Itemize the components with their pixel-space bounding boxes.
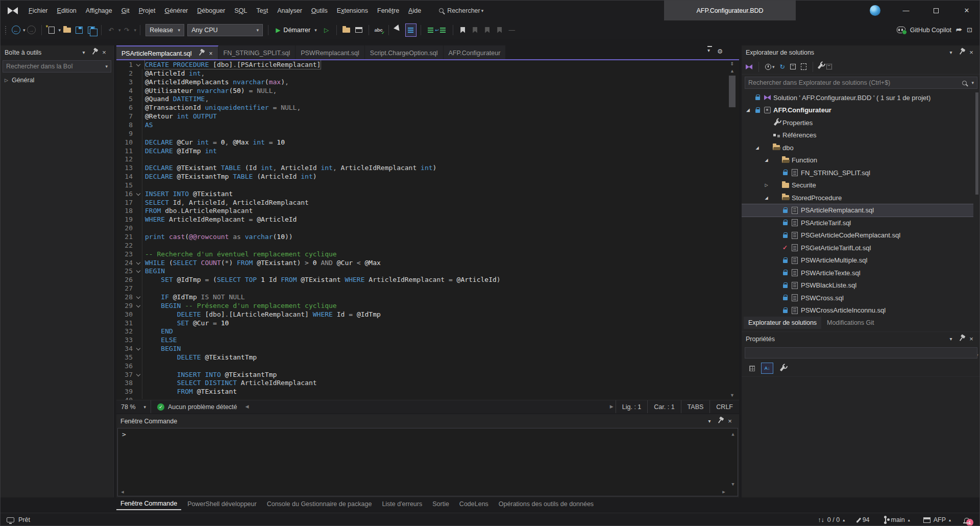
- tree-item-dbo[interactable]: ◢dbo: [742, 141, 973, 154]
- scroll-left-icon[interactable]: ◀: [246, 404, 249, 409]
- toolbar-drag-handle[interactable]: [5, 26, 7, 35]
- minimize-button[interactable]: —: [894, 1, 918, 20]
- tree-item-PSWBlackListe.sql[interactable]: PSWBlackListe.sql: [742, 279, 973, 292]
- scroll-up-icon[interactable]: ▲: [729, 432, 737, 437]
- tree-item-Function[interactable]: ◢Function: [742, 154, 973, 167]
- bottom-tab-Liste d'erreurs[interactable]: Liste d'erreurs: [378, 498, 426, 510]
- code-editor[interactable]: 1CREATE PROCEDURE [dbo].[PSArticleRempla…: [116, 60, 725, 400]
- fold-chevron-icon[interactable]: [136, 346, 140, 350]
- menu-analyser[interactable]: Analyser: [273, 5, 307, 16]
- show-all-files-icon[interactable]: [801, 63, 806, 70]
- explorer-vscrollbar[interactable]: ▼: [974, 77, 979, 358]
- tree-item-Properties[interactable]: Properties: [742, 116, 973, 129]
- tree-item-StoredProcedure[interactable]: ◢StoredProcedure: [742, 192, 973, 204]
- panel-dropdown[interactable]: ▾: [946, 334, 956, 344]
- explorer-tab-Explorateur de solutions[interactable]: Explorateur de solutions: [744, 317, 821, 329]
- tree-item-PSWCrossArticleInconnu.sql[interactable]: PSWCrossArticleInconnu.sql: [742, 304, 973, 317]
- health-indicator[interactable]: ✓ Aucun problème détecté: [151, 403, 243, 411]
- menu-edition[interactable]: Edition: [53, 5, 81, 16]
- close-button[interactable]: ✕: [955, 1, 978, 20]
- bottom-tab-Sortie[interactable]: Sortie: [428, 498, 453, 510]
- close-icon[interactable]: ×: [966, 334, 976, 344]
- share-icon[interactable]: ⮫: [956, 26, 962, 34]
- categorized-view-button[interactable]: [746, 363, 758, 374]
- close-icon[interactable]: ×: [966, 47, 976, 58]
- bottom-tab-Console du Gestionnaire de package[interactable]: Console du Gestionnaire de package: [263, 498, 376, 510]
- editor-vscrollbar[interactable]: ⇕ ▲ ▼: [725, 60, 739, 400]
- properties-wrench-icon[interactable]: [819, 63, 821, 70]
- redo-dropdown[interactable]: ▾: [134, 28, 137, 33]
- tree-item-AFP.Configurateur[interactable]: ◢AFP.Configurateur: [742, 104, 973, 117]
- expanded-icon[interactable]: ◢: [745, 108, 751, 112]
- scroll-left-icon[interactable]: ◀: [119, 489, 126, 494]
- pin-icon[interactable]: [89, 47, 99, 58]
- pending-edits-status[interactable]: 94: [858, 516, 869, 523]
- open-file-button[interactable]: [61, 23, 72, 37]
- scroll-right-icon[interactable]: ▶: [610, 404, 614, 409]
- clear-bookmarks-button[interactable]: [494, 23, 505, 37]
- quick-search[interactable]: Rechercher ▾: [439, 7, 483, 14]
- pin-icon[interactable]: [956, 47, 966, 58]
- spell-check-button[interactable]: abc: [373, 23, 384, 37]
- fold-chevron-icon[interactable]: [136, 295, 140, 299]
- toolbox-search-input[interactable]: Rechercher dans la Boî ▾: [3, 60, 111, 73]
- restore-button[interactable]: [924, 1, 948, 20]
- pin-icon[interactable]: [195, 49, 206, 59]
- add-item-button[interactable]: [341, 23, 352, 37]
- toolbox-section-general[interactable]: ▷ Général: [1, 74, 113, 87]
- feedback-icon[interactable]: ⊡: [967, 26, 972, 34]
- tab-Script.ChargeOption.sql[interactable]: Script.ChargeOption.sql: [365, 45, 444, 60]
- fold-chevron-icon[interactable]: [136, 303, 140, 307]
- start-debug-button[interactable]: ▶ Démarrer ▾: [272, 27, 321, 34]
- redo-button[interactable]: ↷: [121, 23, 133, 37]
- bottom-tab-Opérations des outils de données[interactable]: Opérations des outils de données: [495, 498, 598, 510]
- panel-dropdown[interactable]: ▾: [704, 416, 715, 426]
- new-project-button[interactable]: *: [46, 23, 57, 37]
- collapsed-icon[interactable]: ▷: [763, 183, 770, 187]
- close-icon[interactable]: ×: [209, 50, 213, 57]
- git-sync-status[interactable]: ↑↓ 0 / 0 ▴: [818, 516, 845, 523]
- pending-changes-filter[interactable]: ▾: [765, 64, 775, 70]
- tree-item-PSWArticleMultiple.sql[interactable]: PSWArticleMultiple.sql: [742, 254, 973, 267]
- menu-test[interactable]: Test: [252, 5, 273, 16]
- tree-item-Solution ' AFP.Configurateur.BDD ' ( 1 sur 1 de projet)[interactable]: Solution ' AFP.Configurateur.BDD ' ( 1 s…: [742, 91, 973, 104]
- collapse-all-icon[interactable]: [790, 64, 796, 69]
- fold-chevron-icon[interactable]: [136, 260, 140, 264]
- tree-item-PSArticleRemplacant.sql[interactable]: PSArticleRemplacant.sql: [742, 204, 973, 217]
- fold-chevron-icon[interactable]: [136, 62, 140, 66]
- preview-selected-icon[interactable]: [826, 64, 832, 69]
- bottom-tab-PowerShell développeur[interactable]: PowerShell développeur: [183, 498, 261, 510]
- tree-item-Securite[interactable]: ▷Securite: [742, 179, 973, 192]
- bottom-tab-CodeLens[interactable]: CodeLens: [455, 498, 493, 510]
- splitter-handle[interactable]: ⇕: [728, 61, 736, 66]
- expanded-icon[interactable]: ◢: [763, 196, 770, 200]
- repository-picker[interactable]: AFP ▴: [923, 516, 951, 523]
- fold-chevron-icon[interactable]: [136, 192, 140, 196]
- expanded-icon[interactable]: ◢: [763, 158, 770, 162]
- branch-picker[interactable]: main ▴: [883, 516, 910, 523]
- navigate-back-button[interactable]: ←: [10, 23, 21, 37]
- next-bookmark-button[interactable]: [482, 23, 493, 37]
- previous-bookmark-button[interactable]: [470, 23, 481, 37]
- tree-item-PSWCross.sql[interactable]: PSWCross.sql: [742, 292, 973, 304]
- expanded-icon[interactable]: ◢: [754, 146, 761, 150]
- toolbar-overflow[interactable]: —: [506, 23, 518, 37]
- menu-fichier[interactable]: Fichier: [24, 5, 53, 16]
- save-button[interactable]: [74, 23, 85, 37]
- scroll-down-icon[interactable]: ▼: [725, 393, 739, 398]
- menu-git[interactable]: Git: [117, 5, 134, 16]
- tree-item-Références[interactable]: Références: [742, 129, 973, 142]
- menu-projet[interactable]: Projet: [134, 5, 160, 16]
- fold-chevron-icon[interactable]: [136, 269, 140, 273]
- scroll-up-icon[interactable]: ▲: [725, 68, 739, 74]
- tab-PSArticleRemplacant.sql[interactable]: PSArticleRemplacant.sql×: [116, 45, 218, 60]
- back-dropdown[interactable]: ▾: [23, 28, 26, 33]
- new-project-dropdown[interactable]: ▾: [59, 28, 61, 33]
- account-avatar[interactable]: [870, 5, 880, 16]
- property-pages-button[interactable]: [776, 363, 789, 374]
- select-tool-button[interactable]: [393, 23, 404, 37]
- toolbox-dropdown[interactable]: ▾: [79, 47, 89, 58]
- scroll-right-icon[interactable]: ▶: [720, 489, 727, 494]
- fold-chevron-icon[interactable]: [136, 372, 140, 376]
- tree-item-PSGetArticleTarifLot.sql[interactable]: ✓PSGetArticleTarifLot.sql: [742, 242, 973, 254]
